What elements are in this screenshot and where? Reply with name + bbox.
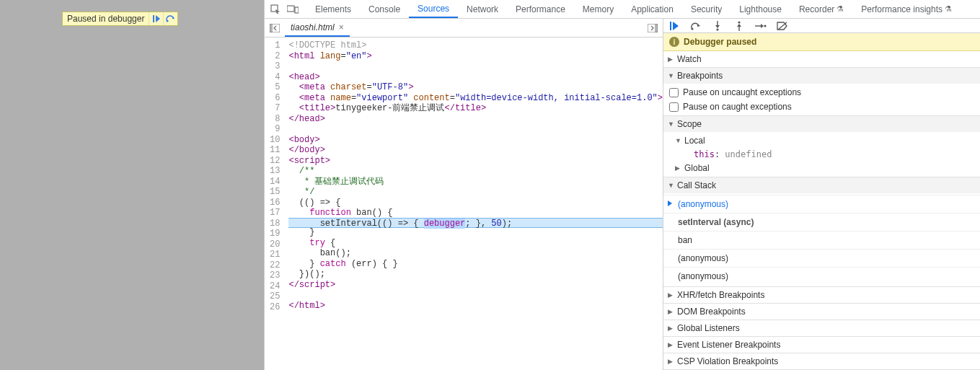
overlay-step-button[interactable] (163, 12, 177, 25)
file-tab[interactable]: tiaoshi.html × (285, 19, 350, 37)
line-number[interactable]: 3 (265, 61, 280, 72)
line-number[interactable]: 17 (265, 208, 280, 219)
navigator-toggle-icon[interactable] (268, 21, 282, 35)
code-line[interactable]: <title>tinygeeker-前端禁止调试</title> (288, 103, 663, 114)
code-line[interactable]: <!DOCTYPE html> (288, 40, 663, 51)
devtools-tab-recorder[interactable]: Recorder⚗ (790, 0, 852, 18)
line-number[interactable]: 11 (265, 145, 280, 156)
step-button[interactable] (754, 19, 767, 32)
devtools-tab-performance-insights[interactable]: Performance insights⚗ (852, 0, 961, 18)
breakpoints-section-header[interactable]: ▼Breakpoints (663, 68, 980, 84)
pause-uncaught-checkbox[interactable] (669, 88, 679, 97)
line-number[interactable]: 20 (265, 239, 280, 250)
code-editor[interactable]: 1234567891011121314151617181920212223242… (265, 38, 663, 370)
watch-section-header[interactable]: ▶Watch (663, 51, 980, 67)
code-line[interactable] (288, 124, 663, 135)
callstack-frame[interactable]: (anonymous) (663, 195, 980, 213)
overlay-resume-button[interactable] (149, 12, 163, 25)
line-number[interactable]: 23 (265, 270, 280, 281)
scope-this-row: this: undefined (663, 148, 980, 161)
scope-local[interactable]: ▼Local (663, 133, 980, 148)
pause-uncaught-checkbox-row[interactable]: Pause on uncaught exceptions (663, 85, 980, 100)
dom-breakpoints-header[interactable]: ▶DOM Breakpoints (663, 304, 980, 320)
callstack-section-header[interactable]: ▼Call Stack (663, 177, 980, 193)
code-line[interactable]: } catch (err) { } (288, 259, 663, 270)
line-number[interactable]: 22 (265, 260, 280, 271)
pause-caught-checkbox-row[interactable]: Pause on caught exceptions (663, 100, 980, 114)
line-number[interactable]: 18 (265, 219, 280, 229)
code-line[interactable]: <meta name="viewport" content="width=dev… (288, 93, 663, 104)
more-options-icon[interactable] (645, 21, 660, 35)
line-number[interactable]: 2 (265, 51, 280, 62)
line-number[interactable]: 6 (265, 93, 280, 104)
csp-breakpoints-header[interactable]: ▶CSP Violation Breakpoints (663, 353, 980, 369)
code-line[interactable]: */ (288, 187, 663, 198)
devtools-tab-sources[interactable]: Sources (409, 0, 458, 18)
code-line[interactable]: <script> (288, 156, 663, 167)
code-line[interactable]: <meta charset="UTF-8"> (288, 82, 663, 93)
line-number[interactable]: 25 (265, 291, 280, 302)
devtools-tab-performance[interactable]: Performance (507, 0, 574, 18)
callstack-frame[interactable]: ban (663, 231, 980, 249)
step-into-button[interactable] (711, 19, 724, 32)
line-number[interactable]: 10 (265, 135, 280, 146)
close-icon[interactable]: × (339, 22, 344, 32)
step-out-button[interactable] (733, 19, 746, 32)
global-listeners-header[interactable]: ▶Global Listeners (663, 320, 980, 336)
scope-global[interactable]: ▶Global (663, 161, 980, 175)
code-line[interactable] (288, 61, 663, 72)
deactivate-breakpoints-button[interactable] (776, 19, 789, 32)
code-line[interactable]: * 基础禁止调试代码 (288, 177, 663, 188)
step-over-button[interactable] (689, 19, 702, 32)
code-line[interactable]: } (288, 227, 663, 238)
code-line[interactable]: <body> (288, 135, 663, 146)
devtools-tab-elements[interactable]: Elements (306, 0, 360, 18)
code-line[interactable]: </head> (288, 114, 663, 125)
scope-section-header[interactable]: ▼Scope (663, 116, 980, 132)
callstack-frame[interactable]: (anonymous) (663, 267, 980, 285)
devtools-panel: ElementsConsoleSourcesNetworkPerformance… (264, 0, 980, 370)
svg-point-1 (166, 20, 168, 22)
xhr-breakpoints-header[interactable]: ▶XHR/fetch Breakpoints (663, 287, 980, 303)
devtools-tab-security[interactable]: Security (682, 0, 730, 18)
code-line[interactable]: </html> (288, 301, 663, 312)
code-line[interactable]: </body> (288, 145, 663, 156)
line-number[interactable]: 4 (265, 72, 280, 83)
code-line[interactable]: <head> (288, 72, 663, 83)
line-number[interactable]: 5 (265, 82, 280, 93)
line-number[interactable]: 24 (265, 281, 280, 292)
code-line[interactable]: ban(); (288, 248, 663, 259)
code-line[interactable]: (() => { (288, 198, 663, 208)
devtools-tab-network[interactable]: Network (458, 0, 507, 18)
line-number[interactable]: 9 (265, 124, 280, 135)
line-number[interactable]: 8 (265, 114, 280, 125)
devtools-tab-lighthouse[interactable]: Lighthouse (730, 0, 790, 18)
pause-caught-checkbox[interactable] (669, 102, 679, 112)
devtools-tab-console[interactable]: Console (360, 0, 409, 18)
line-number[interactable]: 12 (265, 156, 280, 167)
line-number[interactable]: 21 (265, 250, 280, 260)
resume-button[interactable] (668, 19, 681, 32)
devtools-tab-application[interactable]: Application (622, 0, 682, 18)
code-line[interactable]: /** (288, 166, 663, 177)
line-number[interactable]: 7 (265, 103, 280, 114)
code-line[interactable]: try { (288, 238, 663, 249)
line-number[interactable]: 19 (265, 229, 280, 239)
code-line[interactable]: setInterval(() => { debugger; }, 50); (288, 218, 663, 229)
callstack-frame[interactable]: (anonymous) (663, 249, 980, 267)
inspect-icon[interactable] (268, 1, 283, 17)
code-line[interactable]: </script> (288, 280, 663, 291)
code-line[interactable]: })(); (288, 269, 663, 280)
line-number[interactable]: 26 (265, 302, 280, 313)
code-line[interactable]: function ban() { (288, 208, 663, 219)
devtools-tab-memory[interactable]: Memory (574, 0, 622, 18)
code-line[interactable] (288, 290, 663, 301)
event-listener-breakpoints-header[interactable]: ▶Event Listener Breakpoints (663, 337, 980, 353)
code-line[interactable]: <html lang="en"> (288, 51, 663, 62)
line-number[interactable]: 16 (265, 198, 280, 208)
device-toggle-icon[interactable] (285, 1, 301, 17)
line-number[interactable]: 14 (265, 177, 280, 188)
line-number[interactable]: 13 (265, 166, 280, 177)
line-number[interactable]: 15 (265, 187, 280, 198)
line-number[interactable]: 1 (265, 40, 280, 51)
